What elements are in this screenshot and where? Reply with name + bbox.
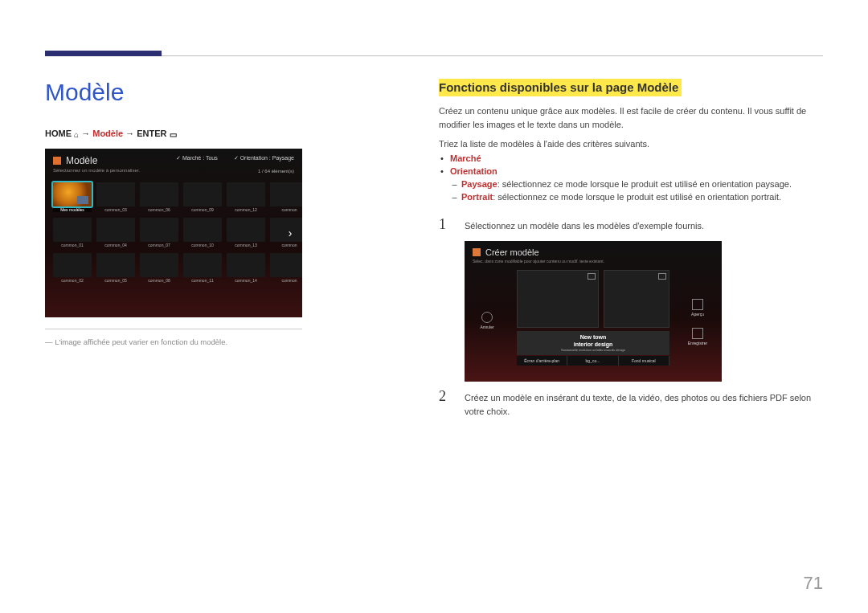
bottom-tabs: Écran d'arrière-plan bg_co... Fond music…	[517, 356, 669, 366]
orientation-sublist: Paysage: sélectionnez ce mode lorsque le…	[450, 179, 823, 202]
template-cell[interactable]: common_06	[140, 182, 178, 213]
breadcrumb-modele: Modèle	[92, 129, 123, 138]
template-browser-screenshot: Modèle Sélectionnez un modèle à personna…	[45, 149, 302, 317]
filter-marche[interactable]: Marché : Tous	[176, 155, 218, 161]
tab-background[interactable]: Écran d'arrière-plan	[517, 356, 567, 366]
filter-orientation[interactable]: Orientation : Paysage	[234, 155, 294, 161]
step-text: Sélectionnez un modèle dans les modèles …	[465, 216, 823, 233]
home-icon: ⌂	[74, 130, 79, 139]
template-cell[interactable]: common_03	[96, 182, 135, 213]
template-icon	[53, 157, 61, 165]
intro-paragraph: Créez un contenu unique grâce aux modèle…	[439, 104, 823, 131]
next-arrow-icon[interactable]: ›	[283, 221, 297, 245]
save-icon	[692, 328, 703, 339]
cs-left-actions: Annuler	[471, 312, 503, 341]
page-title: Modèle	[45, 79, 310, 106]
preview-button[interactable]: Aperçu	[680, 299, 715, 317]
bullet-orientation: Orientation Paysage: sélectionnez ce mod…	[450, 166, 823, 202]
text-slot[interactable]: New town interior design Sustainable evo…	[517, 331, 669, 355]
template-canvas: New town interior design Sustainable evo…	[517, 270, 669, 365]
step-1: 1 Sélectionnez un modèle dans les modèle…	[439, 216, 823, 233]
cancel-button[interactable]: Annuler	[471, 312, 503, 329]
create-template-screenshot: Créer modèle Sélec. dans zone modifiable…	[465, 241, 722, 382]
cs-right-actions: Aperçu Enregistrer	[680, 299, 715, 357]
right-column: Fonctions disponibles sur la page Modèle…	[439, 79, 823, 424]
arrow-icon: →	[81, 129, 90, 138]
template-cell[interactable]: common_04	[96, 218, 135, 248]
cs-title: Créer modèle	[485, 247, 539, 257]
breadcrumb: HOME ⌂ → Modèle → ENTER ▭	[45, 129, 310, 139]
preview-icon	[692, 299, 703, 310]
page-header-accent	[45, 51, 162, 56]
enter-icon: ▭	[170, 130, 177, 139]
sub-portrait: Portrait: sélectionnez ce mode lorsque l…	[461, 192, 823, 202]
template-cell[interactable]: Mes modèles	[53, 182, 92, 213]
divider	[45, 329, 302, 329]
template-cell[interactable]: common_08	[140, 253, 178, 284]
tab-music[interactable]: Fond musical	[619, 356, 669, 366]
template-cell[interactable]: common	[270, 253, 302, 284]
page-number: 71	[804, 573, 823, 594]
page-header-rule	[45, 51, 823, 56]
ts-filters: Marché : Tous Orientation : Paysage	[176, 155, 294, 161]
template-cell[interactable]: common	[270, 182, 302, 213]
template-cell[interactable]: common_05	[96, 253, 135, 284]
breadcrumb-enter: ENTER	[137, 129, 166, 138]
template-cell[interactable]: common_07	[140, 218, 178, 248]
image-footnote: ― L'image affichée peut varier en foncti…	[45, 337, 310, 346]
step-number: 1	[439, 216, 453, 233]
template-cell[interactable]: common_02	[53, 253, 92, 284]
ts-count: 1 / 64 élément(s)	[258, 169, 294, 174]
sub-paysage: Paysage: sélectionnez ce mode lorsque le…	[461, 179, 823, 189]
sort-criteria-list: Marché Orientation Paysage: sélectionnez…	[439, 153, 823, 202]
ts-title: Modèle	[66, 155, 97, 166]
arrow-icon: →	[125, 129, 134, 138]
image-slot[interactable]	[517, 270, 599, 328]
template-cell[interactable]: common_12	[227, 182, 265, 213]
image-slot[interactable]	[604, 270, 669, 328]
template-cell[interactable]: common_09	[183, 182, 222, 213]
sort-intro: Triez la liste de modèles à l'aide des c…	[439, 139, 823, 149]
cancel-icon	[481, 312, 493, 323]
step-number: 2	[439, 388, 453, 418]
cs-header: Créer modèle	[465, 241, 722, 259]
step-text: Créez un modèle en insérant du texte, de…	[465, 388, 823, 418]
template-icon	[473, 248, 481, 256]
template-cell[interactable]: common_01	[53, 218, 92, 248]
bullet-marche: Marché	[450, 153, 823, 163]
section-title: Fonctions disponibles sur la page Modèle	[439, 79, 682, 96]
template-cell[interactable]: common_11	[183, 253, 222, 284]
steps-list: 1 Sélectionnez un modèle dans les modèle…	[439, 216, 823, 418]
template-grid: Mes modèles common_03 common_06 common_0…	[53, 182, 302, 284]
template-cell[interactable]: common_13	[227, 218, 265, 248]
save-button[interactable]: Enregistrer	[680, 328, 715, 345]
cs-subtitle: Sélec. dans zone modifiable pour ajouter…	[465, 259, 722, 264]
step-2: 2 Créez un modèle en insérant du texte, …	[439, 388, 823, 418]
left-column: Modèle HOME ⌂ → Modèle → ENTER ▭ Modèle …	[45, 79, 310, 346]
template-cell[interactable]: common_14	[227, 253, 265, 284]
tab-bgco[interactable]: bg_co...	[567, 356, 618, 366]
template-cell[interactable]: common_10	[183, 218, 222, 248]
breadcrumb-home: HOME	[45, 129, 72, 138]
